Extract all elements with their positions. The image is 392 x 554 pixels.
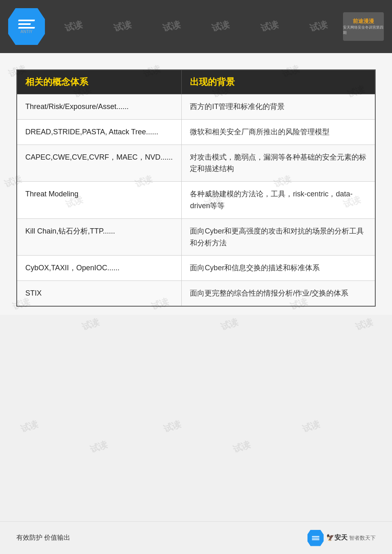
table-cell-background-3: 各种威胁建模的方法论，工具，risk-centric，data-driven等等 <box>182 182 375 219</box>
footer-logo-line-1 <box>312 536 319 537</box>
brand-sub: 安天网络安全冬训营第四期 <box>343 25 384 36</box>
table-cell-concept-4: Kill Chain,钻石分析,TTP...... <box>17 218 182 256</box>
table-row: CybOX,TAXII，OpenIOC......面向Cyber和信息交换的描述… <box>17 256 375 281</box>
table-row: Threat/Risk/Exposure/Asset......西方的IT管理和… <box>17 94 375 120</box>
table-cell-concept-5: CybOX,TAXII，OpenIOC...... <box>17 256 182 281</box>
table-cell-background-4: 面向Cyber和更高强度的攻击和对抗的场景的分析工具和分析方法 <box>182 218 375 256</box>
brand-name: 前途漫漫 <box>353 18 374 25</box>
table-row: Kill Chain,钻石分析,TTP......面向Cyber和更高强度的攻击… <box>17 218 375 256</box>
table-row: CAPEC,CWE,CVE,CVRF，MAEC，NVD......对攻击模式，脆… <box>17 145 375 182</box>
table-cell-background-5: 面向Cyber和信息交换的描述和标准体系 <box>182 256 375 281</box>
watermark-6: 试读 <box>259 18 280 35</box>
footer-brand: 🦅安天 智者数天下 <box>307 530 376 546</box>
bwm-16: 试读 <box>219 316 240 333</box>
footer-brand-sub: 智者数天下 <box>349 535 376 541</box>
watermark-4: 试读 <box>161 18 182 35</box>
bwm-23: 试读 <box>301 418 322 435</box>
table-row: STIX面向更完整的综合性的情报分析/作业/交换的体系 <box>17 281 375 306</box>
main-content: 相关的概念体系 出现的背景 Threat/Risk/Exposure/Asset… <box>0 53 392 315</box>
bwm-14: 试读 <box>80 316 101 333</box>
logo-label: ANTIY <box>20 29 32 34</box>
table-row: DREAD,STRIDE,PASTA, Attack Tree......微软和… <box>17 119 375 145</box>
header: 试读 试读 试读 试读 试读 试读 试读 试读 ANTIY 前途漫漫 安天网络安… <box>0 0 392 53</box>
watermark-2: 试读 <box>63 18 84 35</box>
bwm-19: 试读 <box>19 418 40 435</box>
table-cell-concept-6: STIX <box>17 281 182 306</box>
col1-header: 相关的概念体系 <box>17 70 182 94</box>
footer-brand-text-group: 🦅安天 智者数天下 <box>326 534 376 542</box>
header-watermarks: 试读 试读 试读 试读 试读 试读 试读 试读 <box>0 0 392 53</box>
table-header-row: 相关的概念体系 出现的背景 <box>17 70 375 94</box>
watermark-5: 试读 <box>210 18 231 35</box>
table-cell-background-2: 对攻击模式，脆弱点，漏洞等各种基础的安全元素的标定和描述结构 <box>182 145 375 182</box>
table-cell-background-1: 微软和相关安全厂商所推出的风险管理模型 <box>182 119 375 145</box>
footer-logo-line-2 <box>312 538 319 538</box>
bwm-22: 试读 <box>231 438 252 456</box>
table-cell-concept-0: Threat/Risk/Exposure/Asset...... <box>17 94 182 120</box>
bwm-18: 试读 <box>354 316 375 333</box>
footer-logo-lines <box>312 536 319 540</box>
table-cell-concept-2: CAPEC,CWE,CVE,CVRF，MAEC，NVD...... <box>17 145 182 182</box>
table-row: Threat Modeling各种威胁建模的方法论，工具，risk-centri… <box>17 182 375 219</box>
header-logo: ANTIY <box>8 8 45 45</box>
watermark-3: 试读 <box>112 18 133 35</box>
logo-lines <box>18 20 35 29</box>
concept-table: 相关的概念体系 出现的背景 Threat/Risk/Exposure/Asset… <box>16 69 376 307</box>
brand-badge: 前途漫漫 安天网络安全冬训营第四期 <box>343 12 384 41</box>
footer-logo-line-3 <box>312 539 319 540</box>
bwm-20: 试读 <box>88 438 109 456</box>
table-cell-concept-1: DREAD,STRIDE,PASTA, Attack Tree...... <box>17 119 182 145</box>
table-cell-background-0: 西方的IT管理和标准化的背景 <box>182 94 375 120</box>
footer-logo-icon <box>307 530 324 546</box>
bwm-21: 试读 <box>162 418 183 435</box>
footer: 有效防护 价值输出 🦅安天 智者数天下 <box>0 521 392 554</box>
col2-header: 出现的背景 <box>182 70 375 94</box>
header-right-logo: 前途漫漫 安天网络安全冬训营第四期 <box>343 12 384 41</box>
logo-line-1 <box>18 20 35 21</box>
table-cell-concept-3: Threat Modeling <box>17 182 182 219</box>
footer-brand-name: 🦅安天 <box>326 534 347 541</box>
logo-line-3 <box>18 27 35 29</box>
table-cell-background-6: 面向更完整的综合性的情报分析/作业/交换的体系 <box>182 281 375 306</box>
watermark-7: 试读 <box>308 18 329 35</box>
logo-line-2 <box>18 23 31 25</box>
footer-tagline: 有效防护 价值输出 <box>16 534 70 542</box>
